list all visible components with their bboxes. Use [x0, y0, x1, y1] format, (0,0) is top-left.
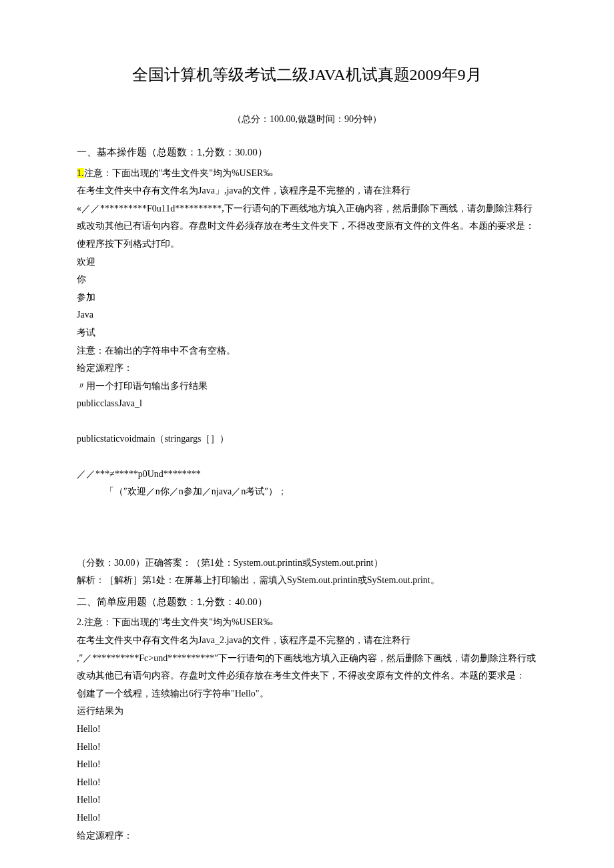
- document-page: 全国计算机等级考试二级JAVA机试真题2009年9月 （总分：100.00,做题…: [0, 0, 614, 868]
- q1-line-8: Java: [77, 306, 537, 324]
- q1-answer: （分数：30.00）正确答案：（第1处：System.out.printin或S…: [77, 554, 537, 572]
- section-2-header: 二、简单应用题（总题数：1,分数：40.00）: [77, 592, 537, 612]
- section-2-prefix: 二、简单应用题（总题数：: [77, 596, 197, 607]
- q2-line-11: Hello!: [77, 809, 537, 827]
- q1-line-1: 1.注意：下面出现的"考生文件夹"均为%USER‰: [77, 165, 537, 183]
- q2-line-12: 给定源程序：: [77, 827, 537, 845]
- section-1-header: 一、基本操作题（总题数：1,分数：30.00）: [77, 143, 537, 162]
- q2-line-8: Hello!: [77, 756, 537, 774]
- q1-line-12: 〃用一个打印语句输出多行结果: [77, 378, 537, 396]
- q2-line-10: Hello!: [77, 791, 537, 809]
- q1-line-7: 参加: [77, 289, 537, 307]
- q1-line-3: «／／**********F0u11d**********,下一行语句的下画线地…: [77, 200, 537, 236]
- q2-line-9: Hello!: [77, 774, 537, 792]
- q1-line-11: 给定源程序：: [77, 360, 537, 378]
- q1-line-10: 注意：在输出的字符串中不含有空格。: [77, 342, 537, 360]
- q1-line-15: ／／***≠*****p0Und********: [77, 466, 537, 484]
- spacer: [77, 448, 537, 466]
- q2-line-3: ,″／**********Fc>und**********″下一行语句的下画线地…: [77, 650, 537, 685]
- section-1-prefix: 一、基本操作题（总题数：: [77, 147, 197, 157]
- q1-line-5: 欢迎: [77, 254, 537, 272]
- spacer: [77, 413, 537, 430]
- document-subtitle: （总分：100.00,做题时间：90分钟）: [77, 111, 537, 129]
- q2-line-2: 在考生文件夹中存有文件名为Java_2.java的文件，该程序是不完整的，请在注…: [77, 632, 537, 650]
- q2-line-7: Hello!: [77, 739, 537, 757]
- q2-line-6: Hello!: [77, 721, 537, 739]
- section-1-suffix: ,分数：30.00）: [202, 147, 268, 157]
- q2-line-5: 运行结果为: [77, 703, 537, 721]
- spacer: [77, 501, 537, 554]
- q1-line-13: publicclassJava_l: [77, 395, 537, 413]
- q1-line-2: 在考生文件夹中存有文件名为Java」,java的文件，该程序是不完整的，请在注释…: [77, 182, 537, 200]
- document-title: 全国计算机等级考试二级JAVA机试真题2009年9月: [77, 60, 537, 91]
- q1-text-1: 注意：下面出现的"考生文件夹"均为%USER‰: [84, 168, 273, 178]
- q2-line-4: 创建了一个线程，连续输出6行字符串"Hello"。: [77, 685, 537, 703]
- q2-line-1: 2.注意：下面出现的"考生文件夹"均为%USER‰: [77, 614, 537, 632]
- q1-line-9: 考试: [77, 324, 537, 342]
- q1-line-6: 你: [77, 271, 537, 289]
- section-2-suffix: ,分数：40.00）: [202, 596, 268, 607]
- q1-line-16: 「（″欢迎／n你／n参加／njava／n考试″）；: [77, 483, 537, 501]
- q1-number-highlight: 1.: [77, 168, 84, 178]
- q1-explanation: 解析：［解析］第1处：在屏幕上打印输出，需填入SyStem.out.printi…: [77, 572, 537, 590]
- q1-line-4: 使程序按下列格式打印。: [77, 236, 537, 254]
- q1-line-14: publicstaticvoidmain（stringargs［］）: [77, 430, 537, 448]
